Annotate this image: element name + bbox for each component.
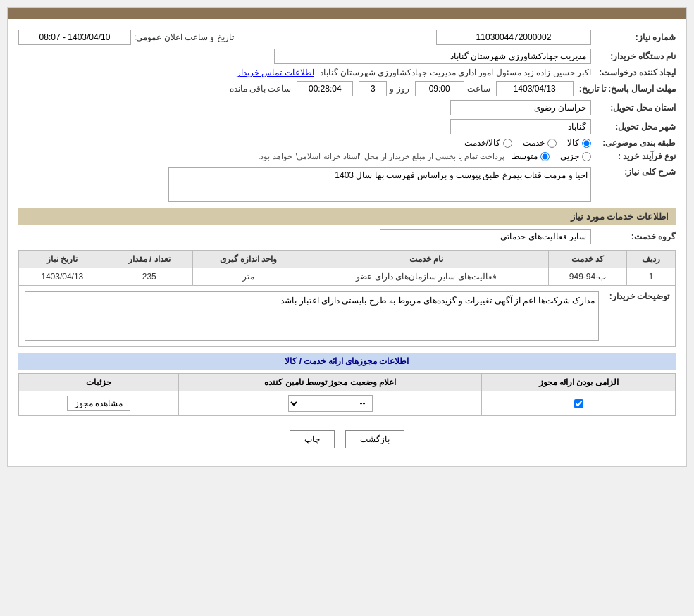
response-deadline-row: مهلت ارسال پاسخ: تا تاریخ: 1403/04/13 سا… [18, 81, 676, 96]
creator-label: ایجاد کننده درخواست: [591, 68, 676, 77]
footer-buttons: بازگشت چاپ [18, 420, 676, 459]
buyer-org-row: نام دستگاه خریدار: مدیریت جهادکشاورزی شه… [18, 49, 676, 64]
license-required-checkbox[interactable] [574, 399, 583, 408]
city-label: شهر محل تحویل: [591, 122, 676, 132]
service-group-label: گروه خدمت: [591, 232, 676, 241]
category-label-khedmat: خدمت [523, 138, 545, 148]
purchase-type-label-motavasset: متوسط [512, 151, 538, 161]
category-radio-group: کالا خدمت کالا/خدمت [464, 138, 591, 148]
col-license-status: اعلام وضعیت مجوز توسط نامین کننده [178, 374, 481, 391]
date-time-value: 1403/04/10 - 08:07 [18, 30, 131, 45]
purchase-type-label-jozi: جزیی [560, 151, 579, 161]
license-table-header-row: الزامی بودن ارائه مجوز اعلام وضعیت مجوز … [19, 374, 676, 391]
services-table: ردیف کد خدمت نام خدمت واحد اندازه گیری ت… [18, 250, 676, 347]
response-date-value: 1403/04/13 [496, 81, 574, 96]
services-section-title: اطلاعات خدمات مورد نیاز [18, 208, 676, 225]
buyer-org-label: نام دستگاه خریدار: [591, 51, 676, 61]
back-button[interactable]: بازگشت [345, 430, 404, 448]
purchase-type-row: نوع فرآیند خرید : جزیی متوسط پرداخت تمام… [18, 151, 676, 161]
cell-unit: متر [192, 268, 304, 286]
license-table: الزامی بودن ارائه مجوز اعلام وضعیت مجوز … [18, 373, 676, 416]
cell-service-code: ب-94-949 [548, 268, 626, 286]
creator-value: اکبر حسین زاده زبد مسئول امور اداری مدیر… [320, 68, 591, 77]
response-day-label: روز و [390, 84, 409, 94]
province-row: استان محل تحویل: خراسان رضوی [18, 100, 676, 115]
purchase-type-jozi: جزیی [560, 151, 591, 161]
service-group-row: گروه خدمت: سایر فعالیت‌های خدماتی [18, 229, 676, 244]
view-license-button[interactable]: مشاهده مجوز [67, 396, 130, 411]
col-license-details: جزئیات [19, 374, 179, 391]
category-radio-kala[interactable] [582, 139, 591, 148]
col-quantity: تعداد / مقدار [106, 251, 192, 268]
response-remaining-label: ساعت باقی مانده [230, 84, 292, 94]
main-box: شماره نیاز: 1103004472000002 تاریخ و ساع… [7, 7, 687, 467]
cell-row-num: 1 [627, 268, 676, 286]
buyer-org-value: مدیریت جهادکشاورزی شهرستان گناباد [274, 49, 591, 64]
date-time-label: تاریخ و ساعت اعلان عمومی: [134, 32, 234, 42]
category-option-kala-khedmat: کالا/خدمت [464, 138, 512, 148]
general-desc-textarea[interactable]: احیا و مرمت قنات بیمرغ طبق پیوست و براسا… [168, 167, 591, 202]
col-date: تاریخ نیاز [19, 251, 106, 268]
category-row: طبقه بندی موضوعی: کالا خدمت کالا/خدمت [18, 138, 676, 148]
province-value: خراسان رضوی [450, 100, 591, 115]
license-required-checkbox-container [488, 399, 669, 408]
cell-quantity: 235 [106, 268, 192, 286]
purchase-type-radio-jozi[interactable] [582, 152, 591, 161]
need-number-label: شماره نیاز: [591, 32, 676, 42]
col-license-required: الزامی بودن ارائه مجوز [482, 374, 676, 391]
city-value: گناباد [450, 119, 591, 134]
buyer-notes-row: توضیحات خریدار: مدارک شرکت‌ها اعم از آگه… [19, 286, 676, 347]
category-label-kala-khedmat: کالا/خدمت [464, 138, 500, 148]
page-container: شماره نیاز: 1103004472000002 تاریخ و ساع… [0, 0, 694, 616]
services-table-header-row: ردیف کد خدمت نام خدمت واحد اندازه گیری ت… [19, 251, 676, 268]
purchase-type-note: پرداخت تمام یا بخشی از مبلغ خریدار از مح… [258, 152, 504, 161]
response-time-label: ساعت [467, 84, 490, 94]
purchase-type-motavasset: متوسط [512, 151, 550, 161]
creator-contact-link[interactable]: اطلاعات تماس خریدار [237, 68, 314, 77]
buyer-notes-textarea[interactable]: مدارک شرکت‌ها اعم از آگهی تغییرات و گزید… [25, 291, 599, 341]
category-option-kala: کالا [567, 138, 591, 148]
purchase-type-radio-group: جزیی متوسط [512, 151, 591, 161]
buyer-notes-label: توضیحات خریدار: [599, 291, 669, 301]
category-radio-khedmat[interactable] [547, 139, 557, 148]
cell-license-status: -- [178, 391, 481, 416]
general-desc-row: شرح کلی نیاز: احیا و مرمت قنات بیمرغ طبق… [18, 167, 676, 202]
license-section-title: اطلاعات مجوزهای ارائه خدمت / کالا [18, 353, 676, 370]
need-number-row: شماره نیاز: 1103004472000002 تاریخ و ساع… [18, 30, 676, 45]
province-label: استان محل تحویل: [591, 103, 676, 113]
col-row-num: ردیف [627, 251, 676, 268]
content-area: شماره نیاز: 1103004472000002 تاریخ و ساع… [8, 19, 686, 466]
license-status-select[interactable]: -- [288, 395, 373, 412]
response-day-value: 3 [359, 81, 387, 96]
service-group-value: سایر فعالیت‌های خدماتی [380, 229, 591, 244]
city-row: شهر محل تحویل: گناباد [18, 119, 676, 134]
cell-date: 1403/04/13 [19, 268, 106, 286]
cell-license-required [482, 391, 676, 416]
response-time-value: 09:00 [415, 81, 464, 96]
need-number-value: 1103004472000002 [436, 30, 591, 45]
creator-row: ایجاد کننده درخواست: اکبر حسین زاده زبد … [18, 68, 676, 77]
cell-service-name: فعالیت‌های سایر سازمان‌های دارای عضو [304, 268, 549, 286]
purchase-type-label: نوع فرآیند خرید : [591, 151, 676, 161]
print-button[interactable]: چاپ [290, 430, 335, 448]
table-row: 1 ب-94-949 فعالیت‌های سایر سازمان‌های دا… [19, 268, 676, 286]
col-service-name: نام خدمت [304, 251, 549, 268]
response-remaining-value: 00:28:04 [297, 81, 353, 96]
category-label: طبقه بندی موضوعی: [591, 138, 676, 148]
category-radio-kala-khedmat[interactable] [503, 139, 512, 148]
category-option-khedmat: خدمت [523, 138, 557, 148]
col-service-code: کد خدمت [548, 251, 626, 268]
buyer-notes-container: توضیحات خریدار: مدارک شرکت‌ها اعم از آگه… [25, 291, 669, 341]
page-title [8, 8, 686, 19]
col-unit: واحد اندازه گیری [192, 251, 304, 268]
license-table-row: -- مشاهده مجوز [19, 391, 676, 416]
cell-license-details: مشاهده مجوز [19, 391, 179, 416]
category-label-kala: کالا [567, 138, 579, 148]
purchase-type-radio-motavasset[interactable] [540, 152, 550, 161]
general-desc-label: شرح کلی نیاز: [591, 167, 676, 177]
response-deadline-label: مهلت ارسال پاسخ: تا تاریخ: [574, 84, 676, 94]
